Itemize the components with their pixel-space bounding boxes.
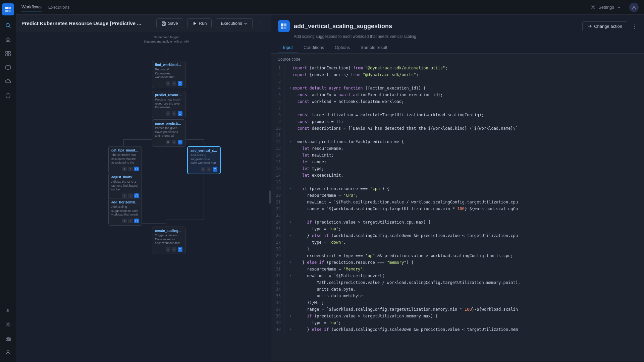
node-info-icon5[interactable]: ○ — [207, 167, 211, 172]
code-line-36: 36 · ))}Mi`; — [271, 300, 644, 307]
sidebar-item-shield[interactable] — [2, 90, 14, 102]
line-content: let resourceName; — [292, 146, 644, 153]
tab-conditions[interactable]: Conditions — [298, 42, 329, 53]
node-settings-icon2[interactable]: ≡ — [166, 111, 170, 116]
node-info-icon[interactable]: ○ — [172, 81, 176, 86]
tab-input[interactable]: Input — [278, 42, 298, 53]
line-number: 7 — [271, 106, 284, 112]
sidebar-item-expand[interactable] — [2, 304, 14, 316]
trigger-node[interactable]: On demand trigger Triggered manually or … — [144, 36, 189, 43]
sidebar-item-chart[interactable] — [2, 333, 14, 345]
code-line-31: 31 · resourceName = 'Memory'; — [271, 266, 644, 273]
line-number: 17 — [271, 173, 284, 179]
user-avatar[interactable] — [629, 3, 639, 12]
nav-executions[interactable]: Executions — [48, 3, 70, 11]
code-line-34: 34 · units.data.byte, — [271, 287, 644, 293]
workflow-canvas[interactable]: On demand trigger Triggered manually or … — [16, 32, 271, 362]
node-type-icon4: ⬡ — [134, 167, 139, 171]
svg-point-11 — [7, 324, 9, 325]
svg-rect-19 — [163, 22, 164, 23]
node-adjust-title: adjust_limits — [111, 175, 139, 179]
nav-workflows[interactable]: Workflows — [21, 3, 42, 11]
line-fold: · — [288, 179, 292, 186]
node-settings-icon6[interactable]: ≡ — [122, 193, 127, 198]
sidebar-item-cloud[interactable] — [2, 76, 14, 88]
node-info-icon4[interactable]: ○ — [128, 167, 133, 171]
code-editor[interactable]: 1 · import {actionExecution} from "@dyna… — [271, 65, 644, 361]
node-parse-predictions[interactable]: parse_predictions Parses the given Davis… — [152, 119, 185, 147]
brand-icon — [2, 3, 14, 15]
line-number: 9 — [271, 119, 284, 126]
main-content: Workflows Executions Settings Predict Ku… — [16, 0, 644, 362]
node-predict-footer: ≡ ○ ⬡ — [155, 111, 182, 116]
node-add-horizontal[interactable]: add_horizontal_scaling_suggestions Add s… — [108, 198, 142, 226]
node-get-hpa[interactable]: get_hpa_manifests The controller that ca… — [108, 146, 142, 174]
change-action-button[interactable]: Change action — [582, 21, 627, 31]
user-avatar-icon — [632, 5, 636, 10]
tab-sample-result[interactable]: Sample result — [355, 42, 392, 53]
line-number: 3 — [271, 79, 284, 85]
sidebar-item-settings[interactable] — [2, 318, 14, 330]
node-info-icon7[interactable]: ○ — [128, 219, 133, 223]
node-add-vertical[interactable]: add_vertical_scaling_suggestions Add sca… — [187, 146, 221, 174]
line-fold: · — [288, 246, 292, 253]
line-fold: ▾ — [288, 327, 292, 334]
node-predict-resource[interactable]: predict_resource_usage Predicts how much… — [152, 91, 185, 118]
code-line-10: 10 · const descriptions = [`Davis AI has… — [271, 126, 644, 132]
run-button[interactable]: Run — [187, 18, 212, 28]
workflow-area: Predict Kubernetes Resource Usage [Predi… — [16, 15, 644, 362]
node-settings-icon[interactable]: ≡ — [166, 81, 170, 86]
node-settings-icon5[interactable]: ≡ — [201, 167, 205, 172]
node-type-icon3: ⬡ — [178, 140, 182, 144]
node-settings-icon8[interactable]: ≡ — [166, 247, 170, 252]
code-line-1: 1 · import {actionExecution} from "@dyna… — [271, 65, 644, 72]
executions-button[interactable]: Executions — [216, 18, 253, 28]
code-line-4: 4 ▾ export default async function ({acti… — [271, 85, 644, 92]
node-settings-icon7[interactable]: ≡ — [122, 219, 127, 223]
node-add-vertical-desc: Add scaling suggestions to each workload… — [191, 154, 217, 166]
code-line-24: 24 ▾ if (prediction.value > targetUtiliz… — [271, 220, 644, 226]
node-create-footer: ≡ ○ ⬡ — [155, 247, 182, 252]
node-settings-icon3[interactable]: ≡ — [166, 140, 170, 144]
tab-options[interactable]: Options — [329, 42, 355, 53]
code-line-7: 7 · — [271, 106, 644, 112]
sidebar-item-monitor[interactable] — [2, 62, 14, 74]
line-fold: ▾ — [288, 85, 292, 92]
sidebar-item-grid[interactable] — [2, 48, 14, 60]
line-fold: · — [288, 253, 292, 260]
line-content: units.data.byte, — [292, 287, 644, 293]
node-info-icon6[interactable]: ○ — [128, 193, 133, 198]
line-fold: · — [288, 280, 292, 287]
line-fold: · — [288, 307, 292, 313]
code-line-39: 39 · type = 'up'; — [271, 320, 644, 327]
node-find-workloads[interactable]: find_workloads_to_scale Returns all Kube… — [152, 61, 185, 88]
code-line-16: 16 · let type; — [271, 166, 644, 173]
node-info-icon2[interactable]: ○ — [172, 111, 176, 116]
settings-label[interactable]: Settings — [598, 5, 614, 10]
line-number: 6 — [271, 99, 284, 106]
node-info-icon3[interactable]: ○ — [172, 140, 176, 144]
sidebar-item-home[interactable] — [2, 34, 14, 46]
detail-more-button[interactable]: ⋮ — [631, 22, 637, 30]
node-adjust-limits[interactable]: adjust_limits Adjusts the CPU & Memory l… — [108, 173, 142, 200]
sidebar-item-search[interactable] — [2, 19, 14, 32]
line-fold: ▾ — [288, 313, 292, 320]
canvas-resize-handle[interactable] — [269, 190, 271, 204]
line-number: 10 — [271, 126, 284, 132]
line-content: import {convert, units} from "@dynatrace… — [292, 72, 644, 79]
line-fold: · — [288, 112, 292, 119]
line-number: 24 — [271, 220, 284, 226]
line-fold: ▾ — [288, 260, 292, 266]
sidebar-item-user[interactable] — [2, 347, 14, 359]
canvas-more-button[interactable]: ⋮ — [257, 18, 265, 28]
code-line-33: 33 · Math.ceil(prediction.value / worklo… — [271, 280, 644, 287]
node-info-icon8[interactable]: ○ — [172, 247, 176, 252]
node-create-events[interactable]: create_scaling_events Trigger a custom D… — [152, 227, 185, 254]
line-content: let newLimit; — [292, 153, 644, 159]
line-fold: · — [288, 199, 292, 206]
line-content: units.data.mebibyte — [292, 293, 644, 300]
code-line-32: 32 ▾ newLimit = `${Math.ceil(convert( — [271, 273, 644, 280]
node-settings-icon4[interactable]: ≡ — [122, 167, 127, 171]
line-content — [292, 132, 644, 139]
save-button[interactable]: Save — [156, 18, 183, 28]
